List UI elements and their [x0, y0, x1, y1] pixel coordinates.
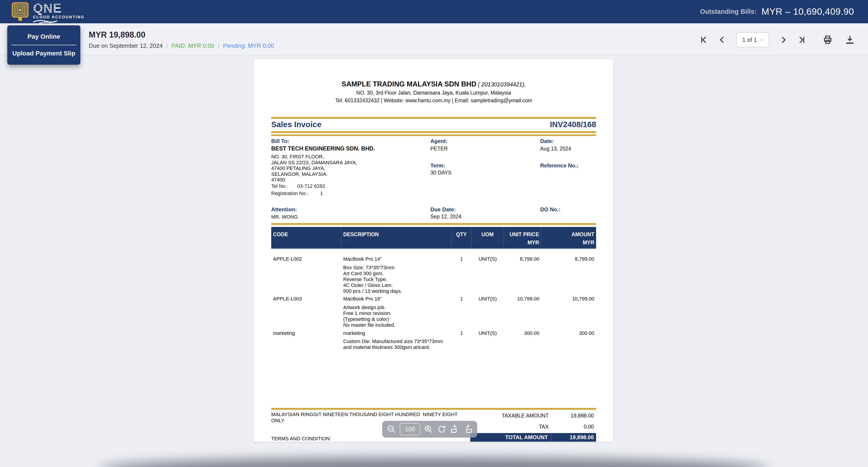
page-bottom-shadow [100, 458, 768, 467]
column-header-uom: UOM [471, 227, 504, 248]
pdf-viewer-toolbar: 100 [382, 421, 477, 438]
last-page-icon [797, 35, 806, 44]
refresh-icon [437, 425, 446, 434]
first-page-button[interactable] [699, 35, 708, 44]
date-value: Aug 13, 2024 [540, 146, 571, 152]
zoom-out-icon [387, 425, 396, 434]
pay-now-dropdown-menu: Pay Online Upload Payment Slip [7, 25, 81, 65]
bill-to-registration: Registration No.:1 [271, 191, 323, 196]
zoom-level-value[interactable]: 100 [400, 423, 420, 435]
next-page-button[interactable] [779, 35, 788, 44]
due-date-label: Due Date: [430, 206, 456, 213]
column-header-unit-price: UNIT PRICE MYR [504, 227, 541, 248]
separator: | [218, 42, 219, 49]
attention-value: MR. WONG [271, 214, 298, 220]
do-no-label: DO No.: [540, 206, 560, 213]
menu-divider [11, 45, 76, 45]
chevron-right-icon [779, 35, 788, 44]
brand-subtitle: CLOUD ACCOUNTING [33, 15, 85, 20]
page-indicator-select[interactable]: 1 of 1 ∨ [736, 32, 769, 47]
refresh-button[interactable] [437, 425, 446, 434]
column-header-description: DESCRIPTION [341, 227, 452, 248]
brand-name: QNE [33, 2, 85, 14]
attention-label: Attention: [271, 206, 297, 213]
rotate-left-icon [450, 425, 460, 434]
company-contact: Tel: 601332432432 | Website: www.hantu.c… [271, 98, 596, 104]
outstanding-bills-value: MYR – 10,690,409.90 [762, 6, 854, 17]
term-value: 30 DAYS [430, 170, 452, 176]
currency-label: MYR [527, 240, 539, 246]
document-title: Sales Invoice [271, 120, 321, 129]
invoice-amount: MYR 19,898.00 [89, 30, 274, 40]
agent-value: PETER [430, 146, 448, 152]
gold-divider [271, 223, 596, 225]
bill-to-name: BEST TECH ENGINEERING SDN. BHD. [271, 145, 375, 152]
currency-label: MYR [583, 240, 594, 246]
item-details: Box Size: 73*35*73mm Art Card 300 gsm. R… [343, 265, 452, 294]
page-navigation: 1 of 1 ∨ [699, 32, 855, 47]
company-registration: ( 2013010394421), [476, 81, 526, 88]
invoice-number: INV2408/168 [550, 120, 596, 129]
zoom-in-icon [424, 425, 433, 434]
menu-item-upload-payment-slip[interactable]: Upload Payment Slip [7, 46, 81, 61]
rotate-right-button[interactable] [463, 425, 473, 434]
table-row: marketing marketing 1 UNIT(S) 300.00 300… [271, 330, 596, 336]
separator: | [166, 42, 168, 49]
agent-label: Agent: [430, 138, 447, 144]
item-details: Artwork design job. Free 1 minor revisio… [343, 305, 452, 328]
outstanding-bills-label: Outstanding Bills: [700, 8, 756, 15]
company-name: SAMPLE TRADING MALAYSIA SDN BHD [342, 80, 476, 88]
rotate-left-button[interactable] [450, 425, 460, 434]
total-amount-value: 19,898.00 [551, 434, 596, 440]
company-address: NO. 30, 3rd Floor Jalan, Damansara Jaya,… [271, 90, 596, 96]
download-icon [845, 35, 855, 45]
top-navbar: QNE CLOUD ACCOUNTING Outstanding Bills: … [0, 0, 868, 23]
terms-and-condition-label: TERMS AND CONDITION: [271, 436, 331, 442]
total-amount-label: TOTAL AMOUNT [470, 433, 551, 442]
brand-swoosh-icon [33, 20, 67, 24]
printer-icon [823, 35, 833, 45]
rotate-right-icon [463, 425, 473, 434]
term-label: Term: [430, 162, 445, 169]
first-page-icon [699, 35, 708, 44]
bill-to-address: NO. 30, FIRST FLOOR, JALAN SS 22/23, DAM… [271, 154, 357, 183]
column-header-qty: QTY [452, 227, 471, 248]
app-logo: QNE CLOUD ACCOUNTING [11, 2, 85, 25]
chevron-down-icon: ∨ [760, 37, 763, 43]
item-details: Custom Die: Manufactured size 73*35*73mm… [343, 338, 452, 350]
items-table-header: CODE DESCRIPTION QTY UOM UNIT PRICE MYR … [271, 227, 596, 249]
due-date-value: Sep 12, 2024 [430, 213, 461, 220]
download-button[interactable] [845, 35, 855, 45]
gold-divider [271, 408, 596, 410]
qne-logo-icon [11, 2, 31, 21]
paid-amount-text: PAID: MYR 0.00 [172, 42, 214, 49]
column-header-amount: AMOUNT MYR [541, 227, 596, 248]
bill-to-phone: Tel No.:03-712 6282 [271, 183, 325, 189]
total-amount-bar: TOTAL AMOUNT 19,898.00 [470, 433, 596, 442]
reference-no-label: Reference No.: [540, 162, 579, 169]
gold-divider [271, 134, 596, 136]
column-header-code: CODE [271, 227, 341, 248]
chevron-left-icon [718, 35, 727, 44]
table-row: APPLE-L003 MacBook Pro 16” 1 UNIT(S) 10,… [271, 296, 596, 302]
due-date-text: Due on September 12, 2024 [89, 42, 163, 49]
bill-to-label: Bill To: [271, 138, 289, 144]
date-label: Date: [540, 138, 554, 144]
gold-divider [271, 131, 596, 133]
pending-amount-text: Pending: MYR 0.00 [223, 42, 274, 49]
table-row: APPLE-L002 MacBook Pro 14” 1 UNIT(S) 8,7… [271, 256, 596, 262]
last-page-button[interactable] [797, 35, 806, 44]
page-indicator-text: 1 of 1 [742, 36, 757, 43]
menu-item-pay-online[interactable]: Pay Online [7, 29, 81, 44]
gold-divider [271, 117, 596, 119]
zoom-in-button[interactable] [424, 425, 433, 434]
invoice-document: SAMPLE TRADING MALAYSIA SDN BHD ( 201301… [254, 59, 613, 442]
print-button[interactable] [823, 35, 833, 45]
invoice-header-strip: PAY NOW ▼ MYR 19,898.00 Due on September… [0, 23, 868, 56]
zoom-out-button[interactable] [387, 425, 396, 434]
previous-page-button[interactable] [718, 35, 727, 44]
